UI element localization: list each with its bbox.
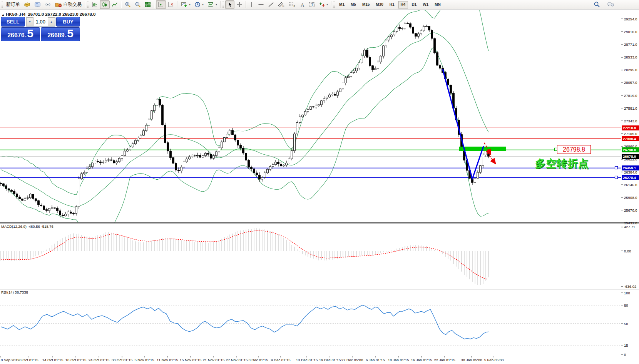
tf-m5[interactable]: M5 <box>348 1 359 8</box>
tf-h4[interactable]: H4 <box>398 1 408 8</box>
volume-input[interactable]: 1.00 <box>33 17 48 26</box>
trendline-icon[interactable] <box>266 0 276 9</box>
x-axis-label: 5 Nov 01:15 <box>134 358 154 362</box>
price-badge-26278.4: 26278.4 <box>622 175 639 180</box>
oct-collapse-icon[interactable]: ▲ <box>2 13 5 17</box>
y-axis-tick: 28295.0 <box>624 68 637 72</box>
toolbar-separator <box>85 1 85 8</box>
indicators-icon[interactable]: ▾ <box>179 0 192 9</box>
auto-scroll-icon[interactable] <box>156 0 166 9</box>
clock-glyph <box>194 2 201 8</box>
zoom-out-icon[interactable] <box>133 0 143 9</box>
zoom-in-icon[interactable] <box>123 0 133 9</box>
volume-increase-button[interactable]: ▲ <box>48 17 55 26</box>
chart-canvas[interactable] <box>0 0 639 364</box>
tf-m15-label: M15 <box>362 2 370 7</box>
y-axis-tick: 26146.0 <box>624 183 637 187</box>
metaeditor-icon[interactable] <box>22 0 32 9</box>
x-axis-label: 21 Nov 01:15 <box>203 358 225 362</box>
tf-m5-label: M5 <box>351 2 356 7</box>
toolbar-separator <box>154 1 155 8</box>
arrows-icon[interactable]: ▾ <box>317 0 330 9</box>
tf-m1[interactable]: M1 <box>336 1 347 8</box>
text-icon[interactable]: A <box>298 0 307 9</box>
new-order-button[interactable]: 新订单 <box>4 0 22 9</box>
tf-w1[interactable]: W1 <box>420 1 431 8</box>
broadcast-glyph <box>45 2 51 8</box>
tf-m30-label: M30 <box>376 2 383 7</box>
label-icon[interactable]: T <box>307 0 317 9</box>
svg-text:A: A <box>301 2 304 7</box>
y-axis-tick: 27343.0 <box>624 119 637 123</box>
tile-windows-icon[interactable] <box>143 0 153 9</box>
buy-button[interactable]: BUY <box>56 17 80 27</box>
monitor-glyph <box>34 2 41 8</box>
periods-icon[interactable]: ▾ <box>192 0 206 9</box>
volume-stepper: ▼ 1.00 ▲ <box>26 17 55 27</box>
crosshair-icon[interactable] <box>234 0 244 9</box>
fibonacci-icon[interactable]: F <box>287 0 298 9</box>
x-axis-label: 30 Oct 01:15 <box>112 358 132 362</box>
macd-indicator-label: MACD(12,26,9) -480.56 -518.76 <box>1 224 54 229</box>
template-glyph <box>207 2 214 8</box>
vline-glyph <box>249 2 254 8</box>
toolbar-grip <box>87 2 89 8</box>
signals-icon[interactable] <box>43 0 53 9</box>
chart-shift-icon[interactable] <box>166 0 176 9</box>
y-axis-tick: 25432.0 <box>624 221 637 225</box>
y-axis-tick: 25908.0 <box>624 195 637 200</box>
buy-price-button[interactable]: 26689.5 <box>41 27 80 41</box>
channel-icon[interactable]: E <box>276 0 287 9</box>
tf-d1[interactable]: D1 <box>409 1 419 8</box>
tf-m15[interactable]: M15 <box>360 1 372 8</box>
market-watch-icon[interactable] <box>32 0 43 9</box>
buy-price-pip: 5 <box>67 28 74 39</box>
volume-decrease-button[interactable]: ▼ <box>26 17 33 26</box>
chat-icon[interactable] <box>605 0 616 9</box>
tf-mn[interactable]: MN <box>432 1 443 8</box>
x-axis-label: 27 Dec 05:00 <box>341 358 363 362</box>
rsi-line <box>1 305 488 339</box>
x-axis-label: 16 Jan 01:15 <box>411 358 432 362</box>
x-axis-label: 18 Oct 01:15 <box>65 358 86 362</box>
tf-h1[interactable]: H1 <box>387 1 397 8</box>
x-axis-label: 14 Oct 01:15 <box>42 358 63 362</box>
sell-button[interactable]: SELL <box>1 17 25 27</box>
x-axis-label: 13 Dec 01:15 <box>296 358 318 362</box>
x-axis-label: 9 Dec 01:15 <box>271 358 290 362</box>
search-icon[interactable] <box>592 0 602 9</box>
sell-price-button[interactable]: 26676.5 <box>1 27 40 41</box>
templates-icon[interactable]: ▾ <box>206 0 219 9</box>
autotrading-button[interactable]: 自动交易 <box>53 0 84 9</box>
object-handle[interactable] <box>615 167 618 169</box>
object-handle[interactable] <box>615 176 618 179</box>
annotation-text[interactable]: 多空转折点 <box>520 157 589 170</box>
line-glyph <box>112 2 118 8</box>
y-axis-tick: 26384.0 <box>624 170 637 174</box>
arrows-glyph <box>319 2 325 8</box>
tf-m1-label: M1 <box>339 2 345 7</box>
bollinger-lower-band <box>1 47 488 237</box>
trend-zigzag-line[interactable] <box>443 69 483 179</box>
horizontal-line-icon[interactable] <box>256 0 266 9</box>
tf-m30[interactable]: M30 <box>373 1 386 8</box>
macd-axis-tick: 0.00 <box>624 249 631 253</box>
textA-glyph: A <box>299 2 305 8</box>
price-callout[interactable]: 26798.8 <box>557 145 591 154</box>
chevron-down-icon: ▾ <box>189 3 191 6</box>
toolbar-right <box>592 0 616 9</box>
zoomin-glyph <box>125 2 131 8</box>
macd-axis-tick: -636.02 <box>624 284 636 289</box>
main-toolbar: 新订单自动交易▾▾▾EFAT▾M1M5M15M30H1H4D1W1MN <box>0 0 639 9</box>
candlestick-chart-icon[interactable] <box>100 0 110 9</box>
cursor-icon[interactable] <box>225 0 234 9</box>
toolbar-separator <box>121 1 122 8</box>
vertical-line-icon[interactable] <box>248 0 256 9</box>
line-chart-icon[interactable] <box>110 0 120 9</box>
toolbar-separator <box>246 1 246 8</box>
x-axis-label: 8 Oct 01:15 <box>19 358 38 362</box>
book-glyph <box>24 2 30 8</box>
bar-chart-icon[interactable] <box>90 0 100 9</box>
macd-axis-tick: 427.71 <box>624 225 635 229</box>
bars-glyph <box>92 2 98 8</box>
